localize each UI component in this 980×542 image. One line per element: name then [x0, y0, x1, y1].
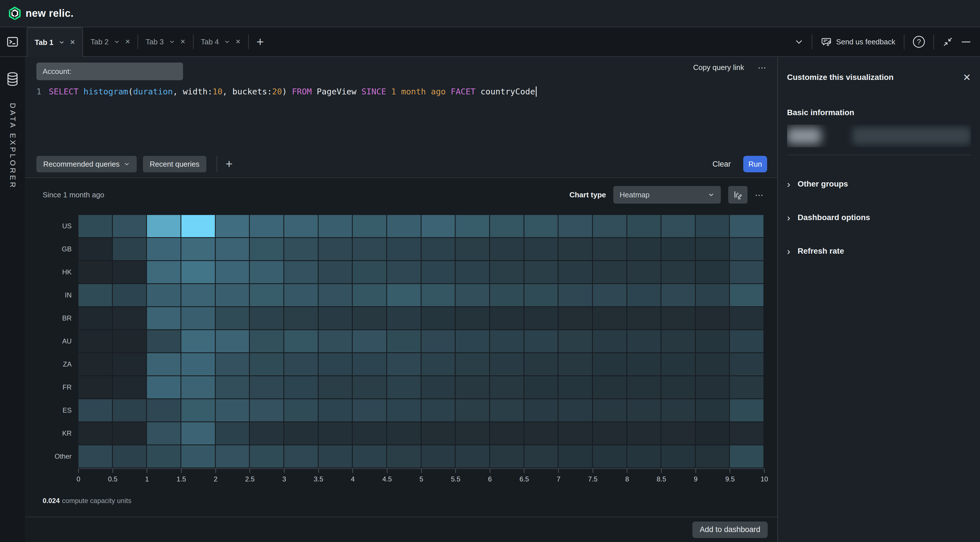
- heatmap-cell[interactable]: [250, 399, 283, 421]
- heatmap-cell[interactable]: [662, 238, 695, 260]
- heatmap-cell[interactable]: [216, 353, 249, 375]
- heatmap-cell[interactable]: [250, 376, 283, 399]
- heatmap-cell[interactable]: [284, 422, 318, 445]
- tab-3[interactable]: Tab 3 ✕: [138, 27, 193, 56]
- heatmap-cell[interactable]: [318, 215, 352, 237]
- heatmap-cell[interactable]: [524, 215, 558, 237]
- heatmap-cell[interactable]: [627, 261, 661, 283]
- close-tab-icon[interactable]: ✕: [180, 38, 185, 46]
- heatmap-cell[interactable]: [696, 238, 729, 260]
- heatmap-cell[interactable]: [696, 215, 729, 237]
- heatmap-cell[interactable]: [147, 445, 180, 467]
- heatmap-cell[interactable]: [318, 238, 352, 260]
- heatmap-cell[interactable]: [318, 330, 352, 352]
- heatmap-cell[interactable]: [181, 330, 215, 352]
- heatmap-cell[interactable]: [422, 215, 455, 237]
- heatmap-cell[interactable]: [456, 353, 489, 375]
- heatmap-cell[interactable]: [558, 399, 592, 421]
- heatmap-cell[interactable]: [558, 376, 592, 399]
- heatmap-cell[interactable]: [216, 445, 249, 467]
- heatmap-cell[interactable]: [456, 376, 489, 399]
- heatmap-cell[interactable]: [113, 376, 146, 399]
- heatmap-cell[interactable]: [730, 445, 764, 467]
- heatmap-cell[interactable]: [696, 445, 729, 467]
- heatmap-cell[interactable]: [662, 376, 695, 399]
- heatmap-cell[interactable]: [181, 399, 215, 421]
- heatmap-cell[interactable]: [422, 238, 455, 260]
- heatmap-cell[interactable]: [593, 399, 627, 421]
- heatmap-cell[interactable]: [78, 307, 112, 329]
- heatmap-cell[interactable]: [353, 399, 386, 421]
- heatmap-cell[interactable]: [627, 445, 661, 467]
- heatmap-cell[interactable]: [78, 445, 112, 467]
- heatmap-cell[interactable]: [593, 307, 627, 329]
- heatmap-cell[interactable]: [353, 330, 386, 352]
- heatmap-cell[interactable]: [387, 261, 421, 283]
- tab-1[interactable]: Tab 1 ✕: [27, 27, 83, 57]
- editor-more-icon[interactable]: ⋯: [758, 62, 767, 73]
- heatmap-cell[interactable]: [662, 215, 695, 237]
- heatmap-cell[interactable]: [456, 307, 489, 329]
- heatmap-cell[interactable]: [627, 399, 661, 421]
- heatmap-cell[interactable]: [524, 399, 558, 421]
- heatmap-cell[interactable]: [662, 307, 695, 329]
- heatmap-cell[interactable]: [387, 445, 421, 467]
- heatmap-cell[interactable]: [524, 445, 558, 467]
- heatmap-cell[interactable]: [353, 353, 386, 375]
- heatmap-cell[interactable]: [490, 353, 523, 375]
- heatmap-cell[interactable]: [387, 330, 421, 352]
- heatmap-cell[interactable]: [456, 284, 489, 306]
- heatmap-cell[interactable]: [490, 445, 523, 467]
- heatmap-cell[interactable]: [147, 238, 180, 260]
- chevron-down-icon[interactable]: [114, 39, 120, 45]
- heatmap-cell[interactable]: [250, 284, 283, 306]
- heatmap-cell[interactable]: [353, 284, 386, 306]
- heatmap-cell[interactable]: [181, 215, 215, 237]
- heatmap-cell[interactable]: [524, 330, 558, 352]
- close-tab-icon[interactable]: ✕: [235, 38, 240, 46]
- heatmap-cell[interactable]: [284, 353, 318, 375]
- heatmap-cell[interactable]: [593, 422, 627, 445]
- heatmap-cell[interactable]: [593, 238, 627, 260]
- heatmap-cell[interactable]: [558, 445, 592, 467]
- chart-type-select[interactable]: Heatmap: [613, 186, 721, 204]
- heatmap-cell[interactable]: [353, 261, 386, 283]
- heatmap-cell[interactable]: [147, 215, 180, 237]
- heatmap-cell[interactable]: [353, 376, 386, 399]
- heatmap-cell[interactable]: [181, 376, 215, 399]
- heatmap-cell[interactable]: [662, 353, 695, 375]
- heatmap-cell[interactable]: [490, 399, 523, 421]
- heatmap-cell[interactable]: [490, 307, 523, 329]
- heatmap-cell[interactable]: [353, 238, 386, 260]
- heatmap-cell[interactable]: [558, 215, 592, 237]
- heatmap-cell[interactable]: [662, 330, 695, 352]
- heatmap-cell[interactable]: [593, 445, 627, 467]
- heatmap-cell[interactable]: [730, 376, 764, 399]
- heatmap-cell[interactable]: [216, 330, 249, 352]
- heatmap-cell[interactable]: [730, 399, 764, 421]
- heatmap-cell[interactable]: [147, 330, 180, 352]
- heatmap-cell[interactable]: [387, 284, 421, 306]
- heatmap-cell[interactable]: [318, 307, 352, 329]
- heatmap-cell[interactable]: [627, 307, 661, 329]
- heatmap-cell[interactable]: [730, 238, 764, 260]
- chevron-down-icon[interactable]: [224, 39, 230, 45]
- heatmap-cell[interactable]: [558, 353, 592, 375]
- heatmap-cell[interactable]: [456, 330, 489, 352]
- heatmap-cell[interactable]: [593, 215, 627, 237]
- heatmap-cell[interactable]: [216, 399, 249, 421]
- heatmap-cell[interactable]: [627, 376, 661, 399]
- nrql-editor[interactable]: Account: Copy query link ⋯ 1 SELECT hist…: [25, 57, 777, 178]
- tab-4[interactable]: Tab 4 ✕: [194, 27, 248, 56]
- heatmap-cell[interactable]: [387, 422, 421, 445]
- heatmap-cell[interactable]: [456, 422, 489, 445]
- copy-query-link-button[interactable]: Copy query link: [693, 63, 744, 72]
- heatmap-cell[interactable]: [318, 376, 352, 399]
- heatmap-cell[interactable]: [318, 399, 352, 421]
- heatmap-cell[interactable]: [181, 445, 215, 467]
- heatmap-cell[interactable]: [147, 307, 180, 329]
- heatmap-cell[interactable]: [318, 284, 352, 306]
- heatmap-cell[interactable]: [627, 215, 661, 237]
- heatmap-cell[interactable]: [558, 238, 592, 260]
- heatmap-cell[interactable]: [422, 330, 455, 352]
